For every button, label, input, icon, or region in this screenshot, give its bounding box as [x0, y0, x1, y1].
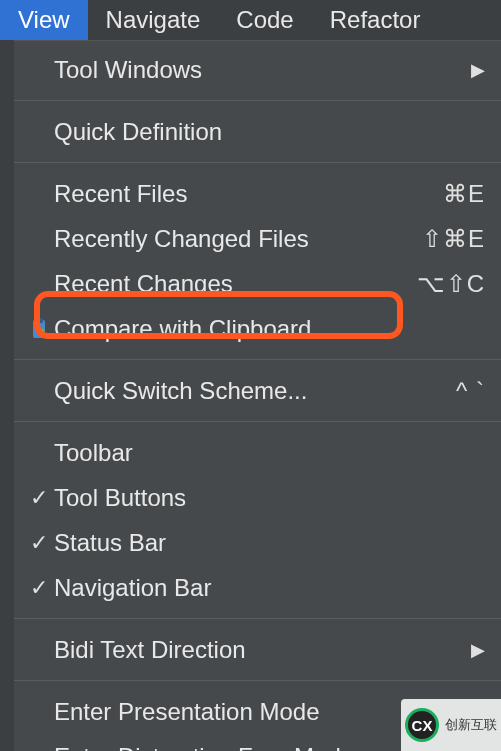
menu-separator [14, 162, 501, 163]
menu-item-toolbar[interactable]: Toolbar [14, 430, 501, 475]
shortcut-text: ⇧⌘E [422, 225, 485, 253]
watermark-text: 创新互联 [445, 716, 497, 734]
menu-item-quick-definition[interactable]: Quick Definition [14, 109, 501, 154]
checkmark-icon: ✓ [24, 530, 54, 556]
menu-item-bidi-text-direction[interactable]: Bidi Text Direction ▶ [14, 627, 501, 672]
menubar-label: Refactor [330, 6, 421, 34]
submenu-arrow-icon: ▶ [471, 639, 485, 661]
menu-label: Recent Changes [54, 270, 417, 298]
menu-item-recent-files[interactable]: Recent Files ⌘E [14, 171, 501, 216]
menu-separator [14, 618, 501, 619]
checkmark-icon: ✓ [24, 485, 54, 511]
menu-label: Bidi Text Direction [54, 636, 471, 664]
submenu-arrow-icon: ▶ [471, 59, 485, 81]
menubar-item-navigate[interactable]: Navigate [88, 0, 219, 40]
menu-label: Status Bar [54, 529, 485, 557]
menubar-item-code[interactable]: Code [218, 0, 311, 40]
watermark-logo-icon: CX [405, 708, 439, 742]
menu-item-status-bar[interactable]: ✓ Status Bar [14, 520, 501, 565]
menu-label: Compare with Clipboard [54, 315, 485, 343]
shortcut-text: ⌘E [443, 180, 485, 208]
menubar-item-view[interactable]: View [0, 0, 88, 40]
menubar-label: Code [236, 6, 293, 34]
menu-label: Quick Definition [54, 118, 485, 146]
menu-label: Recently Changed Files [54, 225, 422, 253]
shortcut-text: ⌥⇧C [417, 270, 485, 298]
menu-label: Quick Switch Scheme... [54, 377, 456, 405]
menu-item-recently-changed-files[interactable]: Recently Changed Files ⇧⌘E [14, 216, 501, 261]
menu-item-tool-windows[interactable]: Tool Windows ▶ [14, 47, 501, 92]
menubar-label: Navigate [106, 6, 201, 34]
menubar-label: View [18, 6, 70, 34]
menu-item-recent-changes[interactable]: Recent Changes ⌥⇧C [14, 261, 501, 306]
view-menu-dropdown: Tool Windows ▶ Quick Definition Recent F… [14, 40, 501, 751]
menu-item-tool-buttons[interactable]: ✓ Tool Buttons [14, 475, 501, 520]
menu-label: Tool Buttons [54, 484, 485, 512]
compare-clipboard-icon [24, 317, 54, 341]
menubar: View Navigate Code Refactor [0, 0, 501, 40]
watermark: CX 创新互联 [401, 699, 501, 751]
menubar-item-refactor[interactable]: Refactor [312, 0, 439, 40]
menu-separator [14, 359, 501, 360]
menu-label: Recent Files [54, 180, 443, 208]
menu-separator [14, 100, 501, 101]
menu-item-quick-switch-scheme[interactable]: Quick Switch Scheme... ^ ` [14, 368, 501, 413]
menu-separator [14, 680, 501, 681]
checkmark-icon: ✓ [24, 575, 54, 601]
menu-label: Navigation Bar [54, 574, 485, 602]
menu-separator [14, 421, 501, 422]
menu-label: Tool Windows [54, 56, 471, 84]
shortcut-text: ^ ` [456, 377, 485, 405]
menu-label: Toolbar [54, 439, 485, 467]
menu-item-compare-with-clipboard[interactable]: Compare with Clipboard [14, 306, 501, 351]
menu-item-navigation-bar[interactable]: ✓ Navigation Bar [14, 565, 501, 610]
svg-rect-1 [35, 318, 43, 323]
